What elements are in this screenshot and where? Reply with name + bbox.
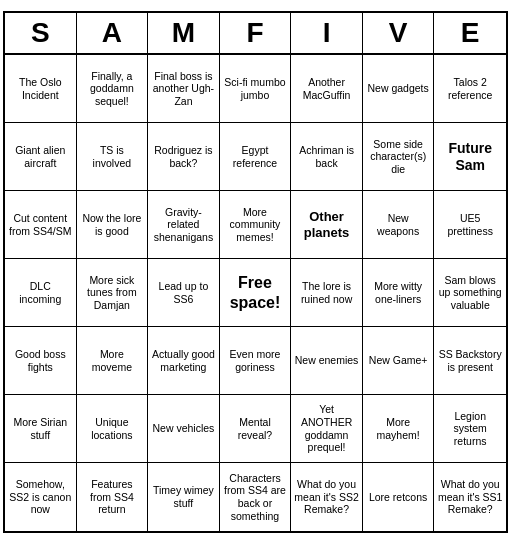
- bingo-cell-12: Some side character(s) die: [363, 123, 435, 191]
- bingo-cell-38: Mental reveal?: [220, 395, 292, 463]
- bingo-cell-43: Features from SS4 return: [77, 463, 149, 531]
- bingo-cell-34: SS Backstory is present: [434, 327, 506, 395]
- bingo-cell-2: Final boss is another Ugh-Zan: [148, 55, 220, 123]
- bingo-cell-47: Lore retcons: [363, 463, 435, 531]
- bingo-cell-24: Free space!: [220, 259, 292, 327]
- bingo-cell-4: Another MacGuffin: [291, 55, 363, 123]
- bingo-cell-44: Timey wimey stuff: [148, 463, 220, 531]
- bingo-cell-0: The Oslo Incident: [5, 55, 77, 123]
- bingo-cell-7: Giant alien aircraft: [5, 123, 77, 191]
- bingo-cell-30: Actually good marketing: [148, 327, 220, 395]
- bingo-cell-6: Talos 2 reference: [434, 55, 506, 123]
- bingo-cell-22: More sick tunes from Damjan: [77, 259, 149, 327]
- bingo-cell-33: New Game+: [363, 327, 435, 395]
- bingo-cell-46: What do you mean it's SS2 Remake?: [291, 463, 363, 531]
- bingo-cell-3: Sci-fi mumbo jumbo: [220, 55, 292, 123]
- bingo-grid: The Oslo IncidentFinally, a goddamn sequ…: [5, 55, 506, 531]
- bingo-cell-13: Future Sam: [434, 123, 506, 191]
- header-letter-s: S: [5, 13, 77, 53]
- bingo-cell-16: Gravity-related shenanigans: [148, 191, 220, 259]
- bingo-cell-5: New gadgets: [363, 55, 435, 123]
- bingo-cell-26: More witty one-liners: [363, 259, 435, 327]
- bingo-cell-37: New vehicles: [148, 395, 220, 463]
- bingo-cell-32: New enemies: [291, 327, 363, 395]
- header-letter-i: I: [291, 13, 363, 53]
- bingo-cell-39: Yet ANOTHER goddamn prequel!: [291, 395, 363, 463]
- bingo-cell-18: Other planets: [291, 191, 363, 259]
- bingo-cell-41: Legion system returns: [434, 395, 506, 463]
- header-letter-v: V: [363, 13, 435, 53]
- bingo-cell-40: More mayhem!: [363, 395, 435, 463]
- bingo-cell-23: Lead up to SS6: [148, 259, 220, 327]
- bingo-cell-15: Now the lore is good: [77, 191, 149, 259]
- bingo-cell-35: More Sirian stuff: [5, 395, 77, 463]
- bingo-cell-42: Somehow, SS2 is canon now: [5, 463, 77, 531]
- bingo-cell-1: Finally, a goddamn sequel!: [77, 55, 149, 123]
- bingo-cell-9: Rodriguez is back?: [148, 123, 220, 191]
- header-letter-a: A: [77, 13, 149, 53]
- bingo-cell-19: New weapons: [363, 191, 435, 259]
- bingo-cell-29: More moveme: [77, 327, 149, 395]
- bingo-cell-8: TS is involved: [77, 123, 149, 191]
- bingo-cell-28: Good boss fights: [5, 327, 77, 395]
- bingo-cell-11: Achriman is back: [291, 123, 363, 191]
- bingo-header: SAMFIVE: [5, 13, 506, 55]
- bingo-card: SAMFIVE The Oslo IncidentFinally, a godd…: [3, 11, 508, 533]
- bingo-cell-31: Even more goriness: [220, 327, 292, 395]
- bingo-cell-48: What do you mean it's SS1 Remake?: [434, 463, 506, 531]
- header-letter-f: F: [220, 13, 292, 53]
- bingo-cell-21: DLC incoming: [5, 259, 77, 327]
- bingo-cell-20: UE5 prettiness: [434, 191, 506, 259]
- bingo-cell-45: Characters from SS4 are back or somethin…: [220, 463, 292, 531]
- bingo-cell-36: Unique locations: [77, 395, 149, 463]
- bingo-cell-25: The lore is ruined now: [291, 259, 363, 327]
- bingo-cell-17: More community memes!: [220, 191, 292, 259]
- bingo-cell-14: Cut content from SS4/SM: [5, 191, 77, 259]
- header-letter-e: E: [434, 13, 506, 53]
- header-letter-m: M: [148, 13, 220, 53]
- bingo-cell-27: Sam blows up something valuable: [434, 259, 506, 327]
- bingo-cell-10: Egypt reference: [220, 123, 292, 191]
